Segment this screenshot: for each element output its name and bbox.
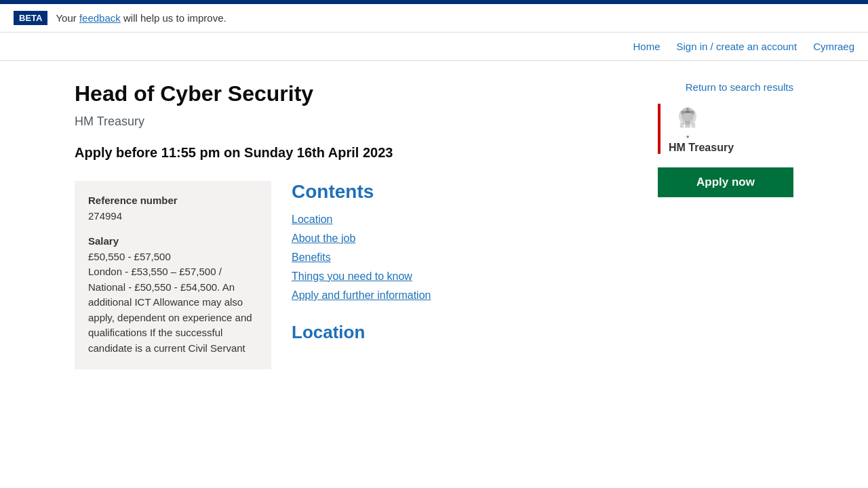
contents-title: Contents bbox=[292, 181, 631, 203]
contents-link[interactable]: Apply and further information bbox=[292, 289, 431, 301]
feedback-link[interactable]: feedback bbox=[79, 12, 121, 24]
job-title: Head of Cyber Security bbox=[75, 81, 631, 106]
return-link[interactable]: Return to search results bbox=[658, 81, 793, 93]
contents-link[interactable]: About the job bbox=[292, 232, 355, 244]
nav-signin[interactable]: Sign in / create an account bbox=[677, 41, 797, 52]
two-col: Reference number 274994 Salary £50,550 -… bbox=[75, 181, 631, 369]
svg-rect-5 bbox=[685, 121, 690, 127]
deadline-text: Apply before 11:55 pm on Sunday 16th Apr… bbox=[75, 145, 631, 161]
contents-link[interactable]: Location bbox=[292, 214, 333, 225]
beta-text-before: Your bbox=[56, 12, 79, 24]
info-box: Reference number 274994 Salary £50,550 -… bbox=[75, 181, 271, 369]
main-container: Head of Cyber Security HM Treasury Apply… bbox=[61, 61, 807, 390]
svg-point-4 bbox=[691, 110, 695, 115]
location-section-title: Location bbox=[292, 322, 631, 343]
contents-list: LocationAbout the jobBenefitsThings you … bbox=[292, 214, 631, 302]
ref-value: 274994 bbox=[88, 209, 258, 224]
salary-label: Salary bbox=[88, 235, 258, 247]
top-nav: Home Sign in / create an account Cymraeg bbox=[0, 33, 868, 61]
beta-bar: BETA Your feedback will help us to impro… bbox=[0, 4, 868, 33]
list-item: Location bbox=[292, 214, 631, 226]
coat-of-arms-icon: ★ bbox=[669, 104, 707, 142]
ref-label: Reference number bbox=[88, 195, 258, 206]
list-item: Apply and further information bbox=[292, 289, 631, 302]
list-item: Benefits bbox=[292, 251, 631, 264]
svg-text:★: ★ bbox=[686, 134, 690, 139]
sidebar-org-name: HM Treasury bbox=[669, 142, 734, 154]
list-item: About the job bbox=[292, 232, 631, 245]
beta-badge: BETA bbox=[14, 11, 47, 25]
contents-area: Contents LocationAbout the jobBenefitsTh… bbox=[292, 181, 631, 369]
sidebar: Return to search results ★ HM Treasury A… bbox=[658, 81, 793, 369]
content-area: Head of Cyber Security HM Treasury Apply… bbox=[75, 81, 631, 369]
contents-link[interactable]: Benefits bbox=[292, 251, 331, 263]
org-logo-box: ★ HM Treasury bbox=[658, 104, 793, 154]
nav-cymraeg[interactable]: Cymraeg bbox=[813, 41, 854, 52]
nav-home[interactable]: Home bbox=[633, 41, 660, 52]
svg-rect-8 bbox=[692, 123, 696, 127]
svg-point-3 bbox=[681, 110, 685, 115]
salary-value: £50,550 - £57,500 bbox=[88, 249, 258, 265]
apply-now-button[interactable]: Apply now bbox=[658, 167, 793, 197]
beta-text: Your feedback will help us to improve. bbox=[56, 12, 226, 24]
contents-link[interactable]: Things you need to know bbox=[292, 270, 412, 282]
organisation-label: HM Treasury bbox=[75, 115, 631, 129]
list-item: Things you need to know bbox=[292, 270, 631, 283]
salary-detail: London - £53,550 – £57,500 / National - … bbox=[88, 264, 258, 356]
svg-rect-7 bbox=[680, 123, 684, 127]
beta-text-after: will help us to improve. bbox=[121, 12, 226, 24]
